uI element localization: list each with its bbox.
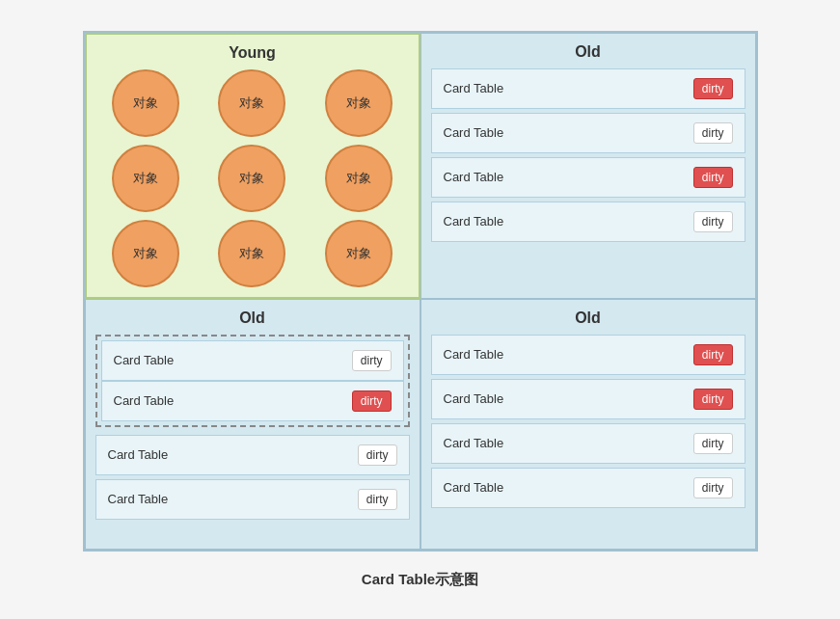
old-bottom-left: Old Card TabledirtyCard TabledirtyCard T…: [85, 299, 420, 550]
table-row: Card Tabledirty: [101, 340, 404, 381]
dirty-badge: dirty: [693, 389, 733, 410]
card-table-list-bottom-left: Card TabledirtyCard TabledirtyCard Table…: [95, 335, 410, 520]
old-bottom-left-title: Old: [95, 310, 410, 327]
young-title: Young: [96, 44, 409, 62]
card-table-label: Card Table: [114, 393, 175, 408]
table-row: Card Tabledirty: [431, 68, 745, 109]
card-table-label: Card Table: [444, 391, 504, 406]
circle-item: 对象: [112, 145, 179, 212]
table-row: Card Tabledirty: [431, 335, 745, 375]
table-row: Card Tabledirty: [101, 381, 404, 421]
table-row: Card Tabledirty: [431, 202, 745, 242]
card-table-label: Card Table: [444, 125, 504, 140]
old-top-right: Old Card TabledirtyCard TabledirtyCard T…: [420, 33, 756, 299]
circle-item: 对象: [218, 145, 285, 212]
dashed-box: Card TabledirtyCard Tabledirty: [95, 335, 410, 427]
card-table-label: Card Table: [444, 170, 504, 184]
diagram-container: Young 对象对象对象对象对象对象对象对象对象 Old Card Tabled…: [83, 31, 758, 589]
card-table-label: Card Table: [444, 347, 504, 362]
dirty-badge: dirty: [693, 433, 733, 454]
card-table-label: Card Table: [114, 353, 175, 367]
circles-grid: 对象对象对象对象对象对象对象对象对象: [96, 69, 409, 283]
table-row: Card Tabledirty: [95, 479, 410, 520]
table-row: Card Tabledirty: [431, 423, 745, 464]
circle-item: 对象: [325, 145, 393, 212]
dirty-badge: dirty: [352, 390, 392, 412]
circle-item: 对象: [325, 69, 393, 137]
card-table-label: Card Table: [444, 480, 504, 495]
old-bottom-right-title: Old: [431, 310, 745, 327]
dirty-badge: dirty: [693, 211, 733, 232]
main-grid: Young 对象对象对象对象对象对象对象对象对象 Old Card Tabled…: [83, 31, 758, 552]
dirty-badge: dirty: [693, 477, 733, 498]
dirty-badge: dirty: [693, 167, 733, 188]
table-row: Card Tabledirty: [431, 157, 745, 198]
card-table-label: Card Table: [108, 447, 169, 462]
circle-item: 对象: [218, 69, 285, 137]
card-table-label: Card Table: [108, 492, 169, 506]
card-table-list-bottom-right: Card TabledirtyCard TabledirtyCard Table…: [431, 335, 745, 508]
circle-item: 对象: [325, 220, 393, 287]
dirty-badge: dirty: [358, 444, 397, 466]
card-table-list-top-right: Card TabledirtyCard TabledirtyCard Table…: [431, 68, 745, 242]
dirty-badge: dirty: [693, 344, 733, 365]
card-table-label: Card Table: [444, 436, 504, 450]
table-row: Card Tabledirty: [431, 113, 745, 153]
card-table-label: Card Table: [444, 214, 504, 229]
dirty-badge: dirty: [693, 122, 733, 144]
dirty-badge: dirty: [358, 489, 397, 510]
dirty-badge: dirty: [352, 350, 392, 371]
circle-item: 对象: [112, 69, 179, 137]
card-table-label: Card Table: [444, 81, 504, 95]
table-row: Card Tabledirty: [431, 379, 745, 419]
table-row: Card Tabledirty: [431, 468, 745, 508]
old-top-right-title: Old: [431, 43, 745, 61]
dirty-badge: dirty: [693, 78, 733, 99]
circle-item: 对象: [218, 220, 285, 287]
table-row: Card Tabledirty: [95, 435, 410, 475]
diagram-caption: Card Table示意图: [362, 571, 478, 589]
circle-item: 对象: [112, 220, 179, 287]
old-bottom-right: Old Card TabledirtyCard TabledirtyCard T…: [420, 299, 756, 550]
young-quadrant: Young 对象对象对象对象对象对象对象对象对象: [85, 33, 420, 299]
